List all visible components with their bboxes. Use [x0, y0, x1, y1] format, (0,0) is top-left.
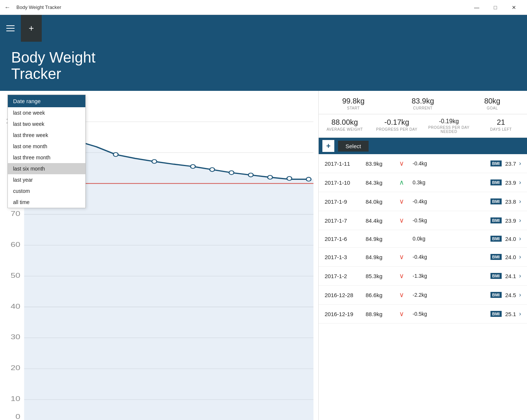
row-detail-arrow[interactable]: › — [519, 160, 521, 167]
bmi-value: 23.9 — [503, 217, 516, 224]
entry-change: 0.0kg — [413, 236, 439, 242]
close-button[interactable]: ✕ — [505, 1, 523, 13]
dropdown-item-custom[interactable]: custom — [8, 185, 85, 197]
bmi-container: BMI 23.8 — [490, 198, 516, 205]
dropdown-item-last-two-week[interactable]: last two week — [8, 118, 85, 130]
svg-point-34 — [306, 177, 311, 181]
entry-weight: 86.6kg — [366, 292, 399, 298]
bmi-value: 23.7 — [503, 160, 516, 167]
entry-date: 2017-1-3 — [325, 254, 366, 260]
trend-icon: ∨ — [399, 253, 413, 261]
bmi-label: BMI — [490, 254, 502, 260]
stat-goal-value: 80kg — [458, 97, 527, 105]
dropdown-item-last-year[interactable]: last year — [8, 174, 85, 185]
dropdown-item-last-three-week[interactable]: last three week — [8, 130, 85, 141]
list-add-button[interactable]: + — [322, 140, 334, 152]
dropdown-item-all-time[interactable]: all time — [8, 197, 85, 208]
table-row[interactable]: 2017-1-3 84.9kg ∨ -0.4kg BMI 24.0 › — [319, 248, 527, 267]
entry-change: -0.4kg — [413, 160, 439, 166]
stat-start-label: START — [319, 106, 388, 110]
select-button[interactable]: Select — [338, 141, 369, 152]
bmi-value: 23.8 — [503, 198, 516, 205]
row-detail-arrow[interactable]: › — [519, 198, 521, 205]
row-detail-arrow[interactable]: › — [519, 273, 521, 279]
trend-icon: ∨ — [399, 291, 413, 299]
bmi-label: BMI — [490, 292, 502, 298]
dropdown-item-last-one-week[interactable]: last one week — [8, 107, 85, 118]
title-bar: ← Body Weight Tracker — □ ✕ — [0, 0, 527, 15]
stat-start: 99.8kg START — [319, 97, 388, 110]
stat-current: 83.9kg CURRENT — [388, 97, 457, 110]
table-row[interactable]: 2017-1-11 83.9kg ∨ -0.4kg BMI 23.7 › — [319, 154, 527, 173]
add-entry-button[interactable]: + — [21, 15, 42, 42]
maximize-button[interactable]: □ — [487, 1, 504, 13]
window-title: Body Weight Tracker — [16, 4, 468, 10]
main-content: Date range last one week last two week l… — [0, 91, 527, 420]
table-row[interactable]: 2017-1-6 84.9kg 0.0kg BMI 24.0 › — [319, 230, 527, 248]
row-detail-arrow[interactable]: › — [519, 254, 521, 260]
hamburger-line — [6, 31, 15, 31]
svg-point-28 — [190, 165, 195, 168]
trend-icon: ∨ — [399, 216, 413, 225]
table-row[interactable]: 2017-1-9 84.0kg ∨ -0.4kg BMI 23.8 › — [319, 192, 527, 211]
row-detail-arrow[interactable]: › — [519, 217, 521, 224]
stat-start-value: 99.8kg — [319, 97, 388, 105]
stat-days-left-label: DAYS LEFT — [475, 127, 527, 131]
bmi-container: BMI 24.1 — [490, 273, 516, 279]
hamburger-menu-button[interactable] — [0, 15, 21, 42]
row-detail-arrow[interactable]: › — [519, 292, 521, 298]
entry-date: 2017-1-11 — [325, 160, 366, 167]
bmi-container: BMI 23.7 — [490, 160, 516, 167]
entry-weight: 83.9kg — [366, 160, 399, 167]
stat-avg-weight: 88.00kg AVERAGE WEIGHT — [319, 118, 371, 134]
table-row[interactable]: 2017-1-7 84.4kg ∨ -0.5kg BMI 23.9 › — [319, 211, 527, 230]
svg-text:20: 20 — [10, 364, 20, 372]
row-detail-arrow[interactable]: › — [519, 179, 521, 186]
svg-text:10: 10 — [10, 395, 20, 402]
entry-change: -2.2kg — [413, 292, 439, 298]
back-button[interactable]: ← — [4, 4, 10, 11]
table-row[interactable]: 2016-12-28 86.6kg ∨ -2.2kg BMI 24.5 › — [319, 286, 527, 305]
svg-point-29 — [210, 168, 215, 171]
svg-text:60: 60 — [10, 241, 20, 248]
stat-progress-needed-label: PROGRESS PER DAY NEEDED — [423, 125, 475, 134]
svg-text:0: 0 — [15, 413, 20, 420]
dropdown-header[interactable]: Date range — [8, 95, 85, 107]
row-detail-arrow[interactable]: › — [519, 311, 521, 317]
stat-days-left-value: 21 — [475, 118, 527, 127]
stat-progress-per-day-label: PROGRESS PER DAY — [371, 127, 423, 131]
stat-progress-needed: -0.19kg PROGRESS PER DAY NEEDED — [423, 118, 475, 134]
entry-weight: 85.3kg — [366, 273, 399, 279]
stats-row-2: 88.00kg AVERAGE WEIGHT -0.17kg PROGRESS … — [319, 114, 527, 138]
date-range-dropdown[interactable]: Date range last one week last two week l… — [7, 95, 86, 208]
table-row[interactable]: 2017-1-10 84.3kg ∧ 0.3kg BMI 23.9 › — [319, 173, 527, 192]
bmi-value: 25.1 — [503, 311, 516, 317]
table-row[interactable]: 2016-12-19 88.9kg ∨ -0.5kg BMI 25.1 › — [319, 305, 527, 324]
svg-point-26 — [113, 153, 118, 156]
svg-text:30: 30 — [10, 333, 20, 341]
bmi-value: 23.9 — [503, 179, 516, 186]
stat-days-left: 21 DAYS LEFT — [475, 118, 527, 134]
table-row[interactable]: 2017-1-2 85.3kg ∨ -1.3kg BMI 24.1 › — [319, 267, 527, 286]
row-detail-arrow[interactable]: › — [519, 235, 521, 242]
dropdown-item-last-three-month[interactable]: last three month — [8, 152, 85, 163]
window-controls: — □ ✕ — [468, 1, 523, 13]
bmi-label: BMI — [490, 311, 502, 317]
entry-date: 2016-12-28 — [325, 292, 366, 298]
chart-panel: Date range last one week last two week l… — [0, 91, 318, 420]
app-title: Body Weight Tracker — [11, 49, 516, 82]
stat-progress-needed-value: -0.19kg — [423, 118, 475, 125]
entry-weight: 84.0kg — [366, 198, 399, 205]
entry-change: -0.5kg — [413, 217, 439, 223]
app-header: Body Weight Tracker — [0, 42, 527, 91]
dropdown-item-last-one-month[interactable]: last one month — [8, 141, 85, 152]
dropdown-item-last-six-month[interactable]: last six month — [8, 163, 85, 174]
bmi-container: BMI 23.9 — [490, 179, 516, 186]
minimize-button[interactable]: — — [468, 1, 485, 13]
bmi-value: 24.0 — [503, 236, 516, 242]
trend-icon: ∨ — [399, 310, 413, 318]
trend-icon: ∨ — [399, 159, 413, 168]
stats-row-1: 99.8kg START 83.9kg CURRENT 80kg GOAL — [319, 91, 527, 114]
entry-change: -0.4kg — [413, 254, 439, 260]
entry-weight: 84.9kg — [366, 254, 399, 260]
